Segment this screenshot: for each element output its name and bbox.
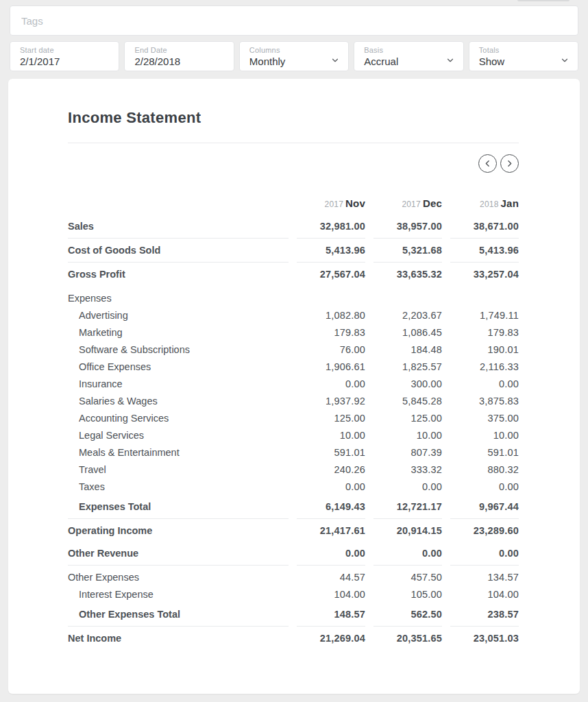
end-date-input[interactable] — [134, 55, 223, 69]
row-value: 5,845.28 — [373, 393, 442, 410]
columns-selected-value: Monthly — [249, 55, 339, 69]
row-value: 179.83 — [297, 324, 365, 341]
row-value: 33,635.32 — [373, 263, 442, 286]
row-value: 12,721.17 — [373, 496, 442, 519]
report-row: Other Expenses44.57457.50134.57 — [68, 566, 519, 586]
row-label[interactable]: Expenses Total — [68, 496, 289, 519]
report-row: Other Expenses Total148.57562.50238.57 — [68, 603, 519, 627]
chevron-down-icon — [330, 56, 340, 65]
report-row: Legal Services10.0010.0010.00 — [68, 427, 519, 444]
row-value: 0.00 — [297, 542, 365, 566]
totals-selected-value: Show — [479, 55, 568, 69]
row-value: 38,957.00 — [373, 215, 442, 239]
row-value: 20,914.15 — [373, 519, 442, 542]
row-value: 0.00 — [450, 542, 519, 566]
row-value: 23,289.60 — [450, 519, 519, 542]
row-value: 1,937.92 — [297, 393, 365, 410]
row-label: Marketing — [68, 324, 289, 341]
row-label: Accounting Services — [68, 410, 289, 427]
row-value: 44.57 — [297, 566, 365, 586]
row-value — [450, 291, 519, 302]
filter-end-date[interactable]: End Date — [124, 41, 234, 71]
row-value: 333.32 — [373, 461, 442, 479]
filter-columns-select[interactable]: Columns Monthly — [239, 41, 349, 71]
row-value: 807.39 — [373, 444, 442, 461]
row-value: 179.83 — [450, 324, 519, 341]
row-label[interactable]: Sales — [68, 215, 289, 239]
report-row: Taxes0.000.000.00 — [68, 479, 519, 496]
row-label: Expenses — [68, 286, 289, 307]
row-value: 33,257.04 — [450, 263, 519, 286]
column-header: 2018Jan — [450, 195, 519, 215]
title-divider — [68, 143, 519, 143]
column-header: 2017Dec — [373, 195, 442, 215]
report-row: Cost of Goods Sold5,413.965,321.685,413.… — [68, 239, 519, 263]
report-row: Gross Profit27,567.0433,635.3233,257.04 — [68, 263, 519, 286]
report-row: Travel240.26333.32880.32 — [68, 461, 519, 479]
row-value: 184.48 — [373, 341, 442, 359]
row-label: Taxes — [68, 479, 289, 496]
report-row: Meals & Entertainment591.01807.39591.01 — [68, 444, 519, 461]
table-header-row: 2017Nov2017Dec2018Jan — [68, 195, 519, 215]
row-label: Net Income — [68, 627, 289, 650]
report-row: Sales32,981.0038,957.0038,671.00 — [68, 215, 519, 239]
chevron-right-icon — [505, 159, 514, 168]
next-period-button[interactable] — [500, 154, 519, 173]
filter-row: Start date End Date Columns Monthly Basi… — [10, 41, 578, 71]
start-date-input[interactable] — [20, 55, 109, 69]
report-card: Income Statement 2017Nov2017Dec2018Jan S… — [8, 79, 580, 694]
row-value: 300.00 — [373, 376, 442, 393]
row-value: 32,981.00 — [297, 215, 365, 239]
row-value: 591.01 — [450, 444, 519, 461]
chevron-left-icon — [483, 159, 492, 168]
filter-basis-select[interactable]: Basis Accrual — [354, 41, 463, 71]
row-value: 3,875.83 — [450, 393, 519, 410]
page-title: Income Statement — [68, 109, 519, 127]
report-row: Salaries & Wages1,937.925,845.283,875.83 — [68, 393, 519, 410]
report-row: Marketing179.831,086.45179.83 — [68, 324, 519, 341]
row-label: Interest Expense — [68, 586, 289, 603]
row-value: 2,116.33 — [450, 359, 519, 376]
row-label[interactable]: Cost of Goods Sold — [68, 239, 289, 263]
row-value: 2,203.67 — [373, 307, 442, 324]
row-label[interactable]: Other Revenue — [68, 542, 289, 566]
header-spacer — [68, 198, 289, 207]
window-edge-artifact — [517, 0, 569, 1]
row-value: 1,082.80 — [297, 307, 365, 324]
previous-period-button[interactable] — [478, 154, 497, 173]
filter-totals-select[interactable]: Totals Show — [469, 41, 578, 71]
row-value: 134.57 — [450, 566, 519, 586]
row-label[interactable]: Other Expenses Total — [68, 603, 289, 627]
row-value: 5,413.96 — [297, 239, 365, 263]
row-value: 190.01 — [450, 341, 519, 359]
row-value: 104.00 — [297, 586, 365, 603]
row-label: Advertising — [68, 307, 289, 324]
row-label: Office Expenses — [68, 359, 289, 376]
row-value: 38,671.00 — [450, 215, 519, 239]
row-value: 1,906.61 — [297, 359, 365, 376]
row-value: 10.00 — [297, 427, 365, 444]
row-value: 10.00 — [450, 427, 519, 444]
report-table-body: Sales32,981.0038,957.0038,671.00Cost of … — [68, 215, 519, 650]
report-row: Expenses Total6,149.4312,721.179,967.44 — [68, 496, 519, 519]
row-label: Software & Subscriptions — [68, 341, 289, 359]
filter-start-date[interactable]: Start date — [10, 41, 119, 71]
tags-input[interactable] — [21, 15, 567, 27]
row-value: 21,417.61 — [297, 519, 365, 542]
report-row: Other Revenue0.000.000.00 — [68, 542, 519, 566]
row-value: 125.00 — [373, 410, 442, 427]
row-value: 125.00 — [297, 410, 365, 427]
row-value: 0.00 — [450, 376, 519, 393]
row-value: 148.57 — [297, 603, 365, 627]
row-value: 0.00 — [297, 376, 365, 393]
row-value: 375.00 — [450, 410, 519, 427]
report-row: Interest Expense104.00105.00104.00 — [68, 586, 519, 603]
row-label: Salaries & Wages — [68, 393, 289, 410]
row-value: 27,567.04 — [297, 263, 365, 286]
row-value: 10.00 — [373, 427, 442, 444]
row-value — [297, 291, 365, 302]
column-header: 2017Nov — [297, 195, 365, 215]
row-value: 5,321.68 — [373, 239, 442, 263]
row-label: Meals & Entertainment — [68, 444, 289, 461]
filter-bar: Start date End Date Columns Monthly Basi… — [0, 0, 588, 71]
